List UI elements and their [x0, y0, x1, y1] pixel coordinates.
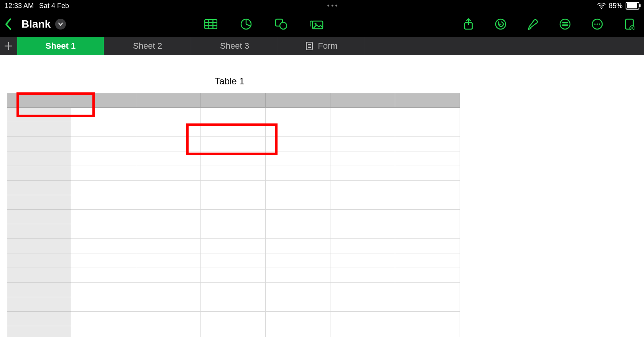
cell[interactable]	[136, 181, 201, 195]
column-header[interactable]	[71, 93, 136, 108]
cell[interactable]	[201, 297, 266, 312]
cell[interactable]	[71, 312, 136, 326]
cell[interactable]	[266, 312, 330, 326]
row-header[interactable]	[7, 283, 71, 297]
cell[interactable]	[266, 326, 330, 337]
format-brush-icon[interactable]	[526, 17, 540, 31]
cell[interactable]	[71, 326, 136, 337]
row-header[interactable]	[7, 137, 71, 151]
cell[interactable]	[201, 108, 266, 122]
organize-icon[interactable]	[558, 17, 572, 31]
cell[interactable]	[330, 137, 395, 151]
cell[interactable]	[330, 122, 395, 137]
insert-media-icon[interactable]	[310, 17, 324, 31]
table-title[interactable]: Table 1	[7, 76, 452, 87]
cell[interactable]	[136, 283, 201, 297]
cell[interactable]	[330, 312, 395, 326]
cell[interactable]	[136, 151, 201, 166]
cell[interactable]	[395, 108, 460, 122]
cell[interactable]	[71, 166, 136, 181]
cell[interactable]	[266, 181, 330, 195]
more-options-icon[interactable]	[590, 17, 604, 31]
cell[interactable]	[266, 137, 330, 151]
cell[interactable]	[136, 166, 201, 181]
share-icon[interactable]	[462, 17, 475, 31]
row-header[interactable]	[7, 253, 71, 268]
cell[interactable]	[395, 151, 460, 166]
column-header[interactable]	[136, 93, 201, 108]
cell[interactable]	[136, 210, 201, 224]
cell[interactable]	[201, 181, 266, 195]
cell[interactable]	[266, 283, 330, 297]
cell[interactable]	[71, 195, 136, 210]
insert-chart-icon[interactable]	[239, 17, 253, 31]
cell[interactable]	[201, 268, 266, 283]
cell[interactable]	[71, 181, 136, 195]
cell[interactable]	[201, 166, 266, 181]
sheet-tab-1[interactable]: Sheet 1	[17, 37, 104, 55]
row-header[interactable]	[7, 166, 71, 181]
cell[interactable]	[266, 297, 330, 312]
cell[interactable]	[136, 224, 201, 239]
column-header[interactable]	[395, 93, 460, 108]
row-header[interactable]	[7, 268, 71, 283]
back-button[interactable]	[2, 17, 15, 31]
document-title[interactable]: Blank	[21, 18, 51, 30]
cell[interactable]	[395, 210, 460, 224]
cell[interactable]	[136, 239, 201, 253]
cell[interactable]	[330, 210, 395, 224]
spreadsheet-table[interactable]	[7, 93, 460, 337]
cell[interactable]	[266, 195, 330, 210]
cell[interactable]	[201, 253, 266, 268]
cell[interactable]	[330, 268, 395, 283]
insert-table-icon[interactable]	[204, 17, 218, 31]
cell[interactable]	[71, 122, 136, 137]
collaborate-icon[interactable]	[623, 17, 636, 31]
cell[interactable]	[330, 166, 395, 181]
row-header[interactable]	[7, 122, 71, 137]
cell[interactable]	[330, 195, 395, 210]
cell[interactable]	[395, 195, 460, 210]
cell[interactable]	[266, 151, 330, 166]
row-header[interactable]	[7, 210, 71, 224]
cell[interactable]	[395, 122, 460, 137]
cell[interactable]	[330, 253, 395, 268]
cell[interactable]	[136, 137, 201, 151]
cell[interactable]	[71, 253, 136, 268]
cell[interactable]	[266, 253, 330, 268]
cell[interactable]	[136, 122, 201, 137]
cell[interactable]	[71, 268, 136, 283]
cell[interactable]	[395, 239, 460, 253]
cell[interactable]	[395, 297, 460, 312]
cell[interactable]	[71, 151, 136, 166]
table-corner-cell[interactable]	[7, 93, 71, 108]
cell[interactable]	[395, 312, 460, 326]
cell[interactable]	[71, 108, 136, 122]
column-header[interactable]	[330, 93, 395, 108]
cell[interactable]	[71, 137, 136, 151]
row-header[interactable]	[7, 181, 71, 195]
cell[interactable]	[266, 210, 330, 224]
cell[interactable]	[266, 239, 330, 253]
cell[interactable]	[201, 283, 266, 297]
row-header[interactable]	[7, 297, 71, 312]
row-header[interactable]	[7, 312, 71, 326]
status-more-dots[interactable]: •••	[327, 2, 339, 10]
cell[interactable]	[330, 326, 395, 337]
column-header[interactable]	[266, 93, 330, 108]
cell[interactable]	[136, 268, 201, 283]
sheet-tab-3[interactable]: Sheet 3	[191, 37, 278, 55]
cell[interactable]	[201, 122, 266, 137]
cell[interactable]	[136, 297, 201, 312]
cell[interactable]	[266, 122, 330, 137]
row-header[interactable]	[7, 239, 71, 253]
cell[interactable]	[201, 137, 266, 151]
cell[interactable]	[136, 108, 201, 122]
sheet-tab-2[interactable]: Sheet 2	[104, 37, 191, 55]
cell[interactable]	[330, 224, 395, 239]
cell[interactable]	[71, 297, 136, 312]
cell[interactable]	[266, 268, 330, 283]
cell[interactable]	[395, 224, 460, 239]
cell[interactable]	[136, 312, 201, 326]
cell[interactable]	[201, 326, 266, 337]
